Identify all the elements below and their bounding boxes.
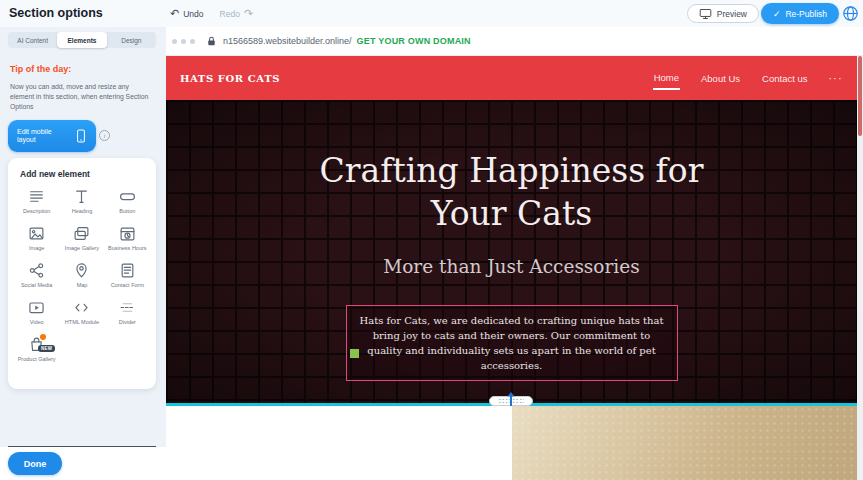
element-description[interactable]: Description — [14, 188, 59, 215]
get-your-own-domain-link[interactable]: GET YOUR OWN DOMAIN — [357, 36, 471, 46]
undo-icon: ↶ — [170, 8, 179, 19]
nav-item-about-us[interactable]: About Us — [700, 68, 741, 89]
edit-mobile-layout-button[interactable]: Edit mobile layout — [8, 120, 96, 152]
video-icon — [28, 299, 45, 316]
image-icon — [28, 225, 45, 242]
add-new-element-title: Add new element — [20, 169, 150, 179]
site-nav: Home About Us Contact us ··· — [653, 67, 843, 90]
element-divider[interactable]: Divider — [105, 299, 150, 326]
business-hours-icon — [119, 225, 136, 242]
site-url[interactable]: n1566589.websitebuilder.online/ — [223, 36, 352, 46]
topbar: Section options ↶ Undo Redo ↷ Preview ✓ … — [0, 0, 863, 27]
social-media-icon — [28, 262, 45, 279]
undo-redo-group: ↶ Undo Redo ↷ — [170, 0, 253, 27]
tip-of-the-day-title: Tip of the day: — [10, 64, 71, 74]
language-globe-button[interactable] — [842, 5, 859, 22]
element-image-gallery[interactable]: Image Gallery — [59, 225, 104, 252]
redo-icon: ↷ — [244, 8, 253, 19]
next-section — [166, 406, 863, 480]
nav-item-contact-us[interactable]: Contact us — [761, 68, 808, 89]
site-logo[interactable]: HATS FOR CATS — [180, 73, 280, 84]
globe-icon — [842, 5, 859, 22]
republish-button[interactable]: ✓ Re-Publish — [761, 3, 839, 24]
contact-form-icon — [119, 262, 136, 279]
redo-button[interactable]: Redo ↷ — [220, 8, 254, 19]
check-icon: ✓ — [773, 9, 781, 19]
preview-button[interactable]: Preview — [687, 4, 759, 23]
site-preview: HATS FOR CATS Home About Us Contact us ·… — [166, 56, 857, 406]
hero-section: Crafting Happiness for Your Cats More th… — [166, 100, 857, 406]
page-title: Section options — [9, 6, 103, 20]
element-product-gallery[interactable]: NEW Product Gallery — [14, 336, 59, 363]
window-dot-icon — [172, 39, 177, 44]
element-heading[interactable]: Heading — [59, 188, 104, 215]
site-header: HATS FOR CATS Home About Us Contact us ·… — [166, 56, 857, 100]
element-button[interactable]: Button — [105, 188, 150, 215]
scrollbar-thumb[interactable] — [858, 56, 862, 136]
preview-scrollbar — [857, 56, 863, 480]
element-video[interactable]: Video — [14, 299, 59, 326]
orange-dot-badge — [40, 334, 46, 340]
monitor-icon — [699, 8, 712, 20]
element-social-media[interactable]: Social Media — [14, 262, 59, 289]
add-new-element-card: Add new element Description Heading Butt… — [8, 158, 156, 389]
html-module-icon — [73, 299, 90, 316]
lock-icon — [206, 35, 217, 47]
phone-icon — [75, 128, 87, 144]
sidebar-tabs: AI Content Elements Design — [8, 32, 156, 48]
heading-icon — [73, 188, 90, 205]
window-dot-icon — [190, 39, 195, 44]
nav-more-icon[interactable]: ··· — [829, 73, 844, 84]
info-icon[interactable]: i — [99, 130, 110, 141]
tab-ai-content[interactable]: AI Content — [8, 32, 57, 48]
tab-design[interactable]: Design — [107, 32, 156, 48]
nav-item-home[interactable]: Home — [653, 67, 680, 90]
element-contact-form[interactable]: Contact Form — [105, 262, 150, 289]
map-icon — [73, 262, 90, 279]
undo-button[interactable]: ↶ Undo — [170, 8, 204, 19]
hero-title[interactable]: Crafting Happiness for Your Cats — [297, 150, 727, 236]
element-grid: Description Heading Button Image Image G… — [14, 188, 150, 362]
element-business-hours[interactable]: Business Hours — [105, 225, 150, 252]
tip-of-the-day-body: Now you can add, move and resize any ele… — [10, 82, 152, 112]
new-badge: NEW — [38, 345, 55, 352]
window-dot-icon — [181, 39, 186, 44]
divider-icon — [119, 299, 136, 316]
image-gallery-icon — [73, 225, 90, 242]
browser-bar: n1566589.websitebuilder.online/ GET YOUR… — [166, 27, 863, 56]
button-icon — [119, 188, 136, 205]
element-image[interactable]: Image — [14, 225, 59, 252]
element-html-module[interactable]: HTML Module — [59, 299, 104, 326]
sand-texture-image[interactable] — [512, 406, 863, 480]
hero-subtitle[interactable]: More than Just Accessories — [383, 256, 639, 277]
description-icon — [28, 188, 45, 205]
done-button[interactable]: Done — [8, 452, 62, 475]
tab-elements[interactable]: Elements — [57, 32, 106, 48]
hero-text-box[interactable]: Hats for Cats, we are dedicated to craft… — [346, 305, 678, 381]
element-resize-handle[interactable] — [350, 349, 359, 358]
element-map[interactable]: Map — [59, 262, 104, 289]
sidebar-divider — [8, 446, 156, 447]
